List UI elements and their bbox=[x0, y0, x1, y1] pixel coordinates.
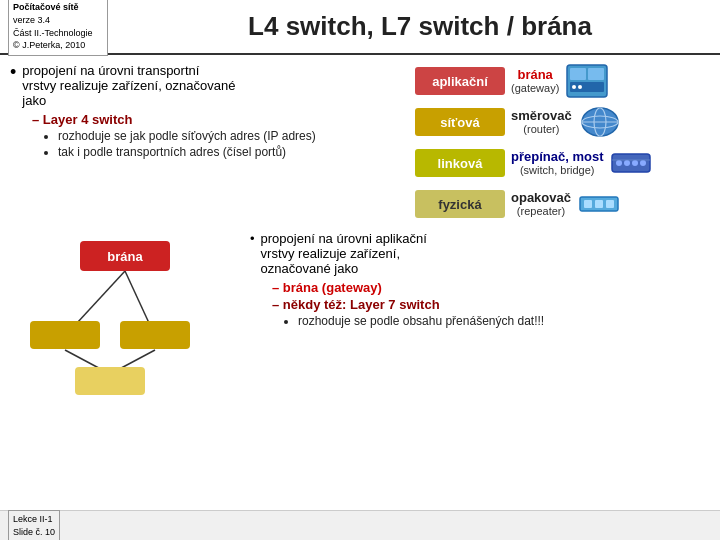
main-bullet-2: • propojení na úrovni aplikačnívrstvy re… bbox=[250, 231, 710, 276]
sub-sub-list: rozhoduje se jak podle síťových adres (I… bbox=[46, 129, 400, 159]
bullet-text-2: propojení na úrovni aplikačnívrstvy real… bbox=[261, 231, 427, 276]
footer-info: Lekce II-1 Slide č. 10 bbox=[8, 510, 60, 540]
layer-box-aplikacni: aplikační bbox=[415, 67, 505, 95]
main-bullet-1: • propojení na úrovni transportnívrstvy … bbox=[10, 63, 400, 108]
device-smerovac-en: (router) bbox=[511, 123, 572, 136]
device-smerovac: směrovač (router) bbox=[511, 108, 572, 137]
sub-sub-item-1: rozhoduje se jak podle síťových adres (I… bbox=[58, 129, 400, 143]
header: Počítačové sítě verze 3.4 Část II.-Techn… bbox=[0, 0, 720, 55]
svg-point-4 bbox=[572, 85, 576, 89]
svg-point-14 bbox=[640, 160, 646, 166]
router-icon bbox=[578, 104, 622, 140]
layer-box-linkova: linková bbox=[415, 149, 505, 177]
device-opakovic-en: (repeater) bbox=[511, 205, 571, 218]
footer: Lekce II-1 Slide č. 10 bbox=[0, 510, 720, 540]
svg-point-13 bbox=[632, 160, 638, 166]
svg-rect-2 bbox=[588, 68, 604, 80]
brana-icon bbox=[565, 63, 609, 99]
layer-row-fyzicka: fyzická opakovač (repeater) bbox=[415, 186, 710, 222]
layer-row-aplikacni: aplikační brána (gateway) bbox=[415, 63, 710, 99]
sub-sub-item-2: tak i podle transportních adres (čísel p… bbox=[58, 145, 400, 159]
layer7-label: někdy též: Layer 7 switch bbox=[283, 297, 440, 312]
network-diagram: brána bbox=[10, 231, 240, 506]
version: verze 3.4 bbox=[13, 15, 50, 25]
node-gold-1 bbox=[30, 321, 100, 349]
svg-rect-1 bbox=[570, 68, 586, 80]
sub-list-1: Layer 4 switch rozhoduje se jak podle sí… bbox=[32, 112, 400, 159]
part: Část II.-Technologie bbox=[13, 28, 93, 38]
layer4-switch-item: Layer 4 switch bbox=[32, 112, 400, 127]
course-title: Počítačové sítě bbox=[13, 2, 79, 12]
layer-row-sitova: síťová směrovač (router) bbox=[415, 104, 710, 140]
svg-point-12 bbox=[624, 160, 630, 166]
sub-sub-item-layer7: rozhoduje se podle obsahu přenášených da… bbox=[298, 314, 710, 328]
device-opakovic: opakovač (repeater) bbox=[511, 190, 571, 219]
layer-row-linkova: linková přepínač, most (switch, bridge) bbox=[415, 145, 710, 181]
device-opakovic-name: opakovač bbox=[511, 190, 571, 206]
layer-box-fyzicka: fyzická bbox=[415, 190, 505, 218]
device-brana: brána (gateway) bbox=[511, 67, 559, 96]
sub-item-brana-gateway: brána (gateway) bbox=[272, 280, 710, 295]
footer-line2: Slide č. 10 bbox=[13, 527, 55, 537]
top-section: • propojení na úrovni transportnívrstvy … bbox=[0, 55, 720, 231]
device-prepinac-name: přepínač, most bbox=[511, 149, 603, 165]
bottom-section: brána • propojení na úrovni aplikačnívrs… bbox=[0, 231, 720, 510]
device-prepinac-en: (switch, bridge) bbox=[511, 164, 603, 177]
diagram-container: brána bbox=[20, 241, 240, 401]
bottom-right-text: • propojení na úrovni aplikačnívrstvy re… bbox=[240, 231, 710, 506]
bullet-dot-2: • bbox=[250, 231, 255, 276]
content-area: • propojení na úrovni transportnívrstvy … bbox=[0, 55, 720, 510]
node-gold-3 bbox=[75, 367, 145, 395]
svg-rect-19 bbox=[606, 200, 614, 208]
device-brana-name: brána bbox=[511, 67, 559, 83]
slide-title: L4 switch, L7 switch / brána bbox=[108, 11, 712, 42]
footer-line1: Lekce II-1 bbox=[13, 514, 53, 524]
repeater-icon bbox=[577, 186, 621, 222]
bullet-text-1: propojení na úrovni transportnívrstvy re… bbox=[22, 63, 235, 108]
svg-point-11 bbox=[616, 160, 622, 166]
author: © J.Peterka, 2010 bbox=[13, 40, 85, 50]
device-smerovac-name: směrovač bbox=[511, 108, 572, 124]
switch-icon bbox=[609, 145, 653, 181]
header-info: Počítačové sítě verze 3.4 Část II.-Techn… bbox=[8, 0, 108, 56]
node-brana: brána bbox=[80, 241, 170, 271]
left-column: • propojení na úrovni transportnívrstvy … bbox=[10, 63, 410, 227]
layer-box-sitova: síťová bbox=[415, 108, 505, 136]
layers-column: aplikační brána (gateway) bbox=[410, 63, 710, 227]
node-gold-2 bbox=[120, 321, 190, 349]
svg-rect-18 bbox=[595, 200, 603, 208]
device-prepinac: přepínač, most (switch, bridge) bbox=[511, 149, 603, 178]
sub-item-layer7: někdy též: Layer 7 switch bbox=[272, 297, 710, 312]
brana-gateway-label: brána (gateway) bbox=[283, 280, 382, 295]
svg-point-5 bbox=[578, 85, 582, 89]
layer4-switch-label: Layer 4 switch bbox=[43, 112, 133, 127]
svg-rect-17 bbox=[584, 200, 592, 208]
device-brana-en: (gateway) bbox=[511, 82, 559, 95]
bullet-dot: • bbox=[10, 63, 16, 108]
sub-sub-list-2: rozhoduje se podle obsahu přenášených da… bbox=[286, 314, 710, 328]
sub-list-2: brána (gateway) někdy též: Layer 7 switc… bbox=[272, 280, 710, 328]
